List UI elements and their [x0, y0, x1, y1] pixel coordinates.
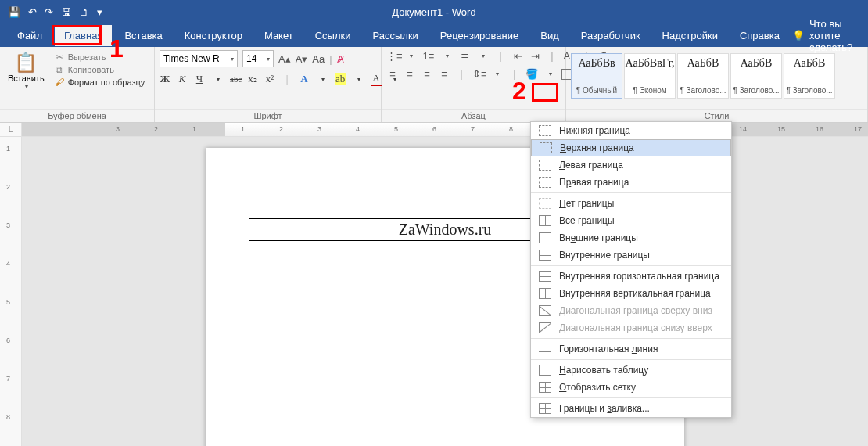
border-type-icon [539, 198, 551, 209]
redo-icon[interactable]: ↷ [45, 6, 53, 18]
font-family-select[interactable]: Times New R▾ [160, 50, 238, 67]
border-type-icon [539, 232, 551, 243]
border-menu-label: Внешние границы [559, 232, 638, 243]
border-menu-label: Верхняя граница [560, 142, 634, 153]
page-viewport[interactable]: ZaWindows.ru [22, 137, 868, 446]
font-color-button[interactable]: A [371, 72, 382, 86]
font-size-select[interactable]: 14▾ [242, 50, 274, 67]
style-card-3[interactable]: АаБбВ¶ Заголово... [730, 53, 782, 99]
cut-button[interactable]: ✂Вырезать [54, 52, 145, 63]
border-menu-item-0[interactable]: Нижняя граница [531, 122, 731, 139]
shading-button[interactable]: 🪣 [525, 68, 538, 80]
border-type-icon [539, 215, 551, 226]
increase-indent-button[interactable]: ⇥ [529, 50, 541, 62]
border-menu-item-12[interactable]: Горизонтальная линия [531, 338, 731, 358]
multilevel-list-button[interactable]: ≣ [458, 50, 471, 62]
style-preview: АаБбВ [794, 57, 826, 70]
border-type-icon [540, 142, 552, 153]
ruler-tick: 7 [471, 125, 475, 133]
highlight-button[interactable]: ab [335, 73, 346, 85]
ruler-tick: 15 [777, 125, 785, 133]
border-menu-item-9[interactable]: Внутренняя вертикальная граница [531, 285, 731, 302]
style-name: ¶ Заголово... [786, 86, 833, 95]
number-list-button[interactable]: 1≡ [422, 50, 435, 62]
italic-button[interactable]: К [177, 73, 188, 85]
border-type-icon [539, 382, 551, 393]
border-menu-item-7[interactable]: Внутренние границы [531, 246, 731, 264]
save-icon[interactable]: 💾 [8, 6, 20, 18]
align-center-button[interactable]: ≡ [404, 68, 416, 80]
tab-help[interactable]: Справка [730, 25, 789, 46]
border-type-icon [539, 322, 551, 333]
justify-button[interactable]: ≡ [438, 68, 450, 80]
border-menu-label: Нижняя граница [559, 125, 630, 136]
new-doc-icon[interactable]: 🗋 [79, 6, 89, 18]
border-menu-item-13[interactable]: Нарисовать таблицу [531, 359, 731, 379]
style-card-0[interactable]: АаБбВв¶ Обычный [571, 53, 622, 99]
undo-icon[interactable]: ↶ [28, 6, 37, 18]
touch-mode-icon[interactable]: 🖫 [61, 6, 71, 18]
border-type-icon [539, 288, 551, 299]
align-left-button[interactable]: ≡ [386, 68, 399, 80]
format-painter-button[interactable]: 🖌Формат по образцу [54, 77, 145, 88]
grow-font-button[interactable]: A▴ [278, 53, 291, 65]
superscript-button[interactable]: x² [264, 73, 275, 85]
lightbulb-icon: 💡 [792, 30, 805, 41]
border-menu-label: Внутренние границы [559, 250, 650, 261]
underline-button[interactable]: Ч [194, 73, 205, 85]
border-menu-item-14[interactable]: Отобразить сетку [531, 379, 731, 396]
ribbon-tabs: Файл Главная Вставка Конструктор Макет С… [0, 23, 868, 47]
border-menu-item-8[interactable]: Внутренняя горизонтальная граница [531, 265, 731, 285]
align-right-button[interactable]: ≡ [421, 68, 433, 80]
qat-more-icon[interactable]: ▾ [97, 6, 102, 18]
vertical-ruler[interactable]: 12345678 [0, 137, 22, 446]
style-card-1[interactable]: АаБбВвГг,¶ Эконом [624, 53, 676, 99]
ruler-corner: L [0, 123, 22, 136]
decrease-indent-button[interactable]: ⇤ [511, 50, 524, 62]
strike-button[interactable]: abc [230, 74, 241, 84]
tab-references[interactable]: Ссылки [306, 25, 360, 46]
style-card-2[interactable]: АаБбВ¶ Заголово... [677, 53, 729, 99]
horizontal-ruler[interactable]: 1234567891011121314151617321 [22, 123, 868, 136]
ruler-tick: 3 [317, 125, 321, 133]
document-title: Документ1 - Word [392, 6, 475, 18]
tab-developer[interactable]: Разработчик [572, 25, 650, 46]
copy-button[interactable]: ⧉Копировать [54, 64, 145, 75]
cut-label: Вырезать [68, 52, 106, 62]
tab-layout[interactable]: Макет [255, 25, 303, 46]
copy-icon: ⧉ [54, 64, 65, 75]
tab-mailings[interactable]: Рассылки [363, 25, 427, 46]
border-menu-item-2[interactable]: Левая граница [531, 156, 731, 174]
border-type-icon [539, 305, 551, 316]
style-card-4[interactable]: АаБбВ¶ Заголово... [784, 53, 835, 99]
ruler-tick: 4 [356, 125, 360, 133]
line-spacing-button[interactable]: ⇕≡ [472, 68, 485, 80]
tab-review[interactable]: Рецензирование [431, 25, 528, 46]
paste-button[interactable]: 📋 Вставить ▾ [5, 50, 48, 92]
clear-formatting-button[interactable]: A̷ [337, 53, 344, 65]
tab-insert[interactable]: Вставка [115, 25, 171, 46]
subscript-button[interactable]: x₂ [247, 73, 258, 85]
change-case-button[interactable]: Aa [312, 53, 325, 65]
border-menu-item-3[interactable]: Правая граница [531, 174, 731, 191]
tab-addins[interactable]: Надстройки [653, 25, 727, 46]
bold-button[interactable]: Ж [160, 73, 170, 85]
border-menu-item-5[interactable]: Все границы [531, 212, 731, 229]
border-menu-item-6[interactable]: Внешние границы [531, 229, 731, 246]
border-menu-label: Диагональная граница снизу вверх [559, 322, 712, 333]
border-menu-item-4[interactable]: Нет границы [531, 192, 731, 212]
style-preview: АаБбВвГг, [626, 57, 675, 70]
tab-design[interactable]: Конструктор [175, 25, 252, 46]
tab-home[interactable]: Главная [55, 25, 112, 46]
border-menu-item-10: Диагональная граница сверху вниз [531, 302, 731, 319]
shrink-font-button[interactable]: A▾ [296, 53, 308, 65]
bullet-list-button[interactable]: ⋮≡ [386, 50, 399, 62]
text-effects-button[interactable]: A [299, 73, 310, 85]
border-menu-label: Правая граница [559, 177, 629, 188]
border-menu-item-15[interactable]: Границы и заливка... [531, 397, 731, 417]
tab-view[interactable]: Вид [531, 25, 569, 46]
chevron-down-icon: ▾ [25, 83, 28, 90]
border-menu-item-1[interactable]: Верхняя граница [531, 139, 731, 156]
group-clipboard-label: Буфер обмена [0, 109, 154, 122]
tab-file[interactable]: Файл [8, 25, 52, 46]
